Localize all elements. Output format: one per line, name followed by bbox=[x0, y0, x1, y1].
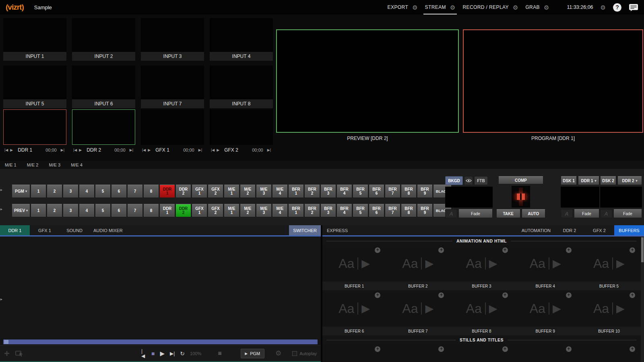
left-panel-expander[interactable]: ▸ bbox=[0, 297, 2, 301]
ddr1-settings-gear-icon[interactable]: ⚙ bbox=[275, 349, 281, 358]
pgm-src-bfr7[interactable]: BFR 7 bbox=[385, 185, 400, 198]
prev-src-bfr4[interactable]: BFR 4 bbox=[336, 204, 352, 217]
add-buffer-icon[interactable]: + bbox=[630, 292, 635, 298]
dsk2-source-dropdown[interactable]: DDR 2▾ bbox=[617, 176, 642, 185]
tab-buffers[interactable]: BUFFERS bbox=[614, 225, 644, 235]
buffer-4-slot[interactable]: +Aa▶ bbox=[514, 245, 577, 282]
prev-src-1[interactable]: 1 bbox=[31, 204, 46, 217]
loop-icon[interactable]: ↻ bbox=[180, 351, 185, 356]
prev-src-ddr1[interactable]: DDR 1 bbox=[159, 204, 175, 217]
prev-src-gfx1[interactable]: GFX 1 bbox=[192, 204, 207, 217]
export-gear-icon[interactable]: ⚙ bbox=[412, 4, 417, 10]
tab-audio-mixer[interactable]: AUDIO MIXER bbox=[89, 225, 127, 235]
stream-gear-icon[interactable]: ⚙ bbox=[450, 4, 455, 10]
notifications-icon[interactable] bbox=[629, 4, 638, 11]
tab-gfx1[interactable]: GFX 1 bbox=[30, 225, 60, 235]
export-button[interactable]: EXPORT bbox=[388, 4, 409, 10]
dsk2-button[interactable]: DSK 2 bbox=[600, 176, 616, 185]
gfx2-play-icon[interactable]: ▶ bbox=[217, 148, 219, 152]
buffer-10-slot[interactable]: +Aa▶ bbox=[577, 290, 641, 327]
pgm-src-ddr2[interactable]: DDR 2 bbox=[175, 185, 191, 198]
pgm-src-bfr1[interactable]: BFR 1 bbox=[288, 185, 304, 198]
pgm-src-ddr1[interactable]: DDR 1 bbox=[159, 185, 175, 198]
tab-ddr1[interactable]: DDR 1 bbox=[0, 225, 30, 235]
prev-src-8[interactable]: 8 bbox=[143, 204, 159, 217]
add-buffer-icon[interactable]: + bbox=[566, 346, 572, 352]
tab-me1[interactable]: M/E 1 bbox=[5, 162, 17, 167]
tbar-handle[interactable] bbox=[515, 193, 527, 200]
input-5-video[interactable] bbox=[3, 66, 66, 99]
dsk2-overlay-a-icon[interactable]: A bbox=[600, 209, 612, 218]
add-buffer-icon[interactable]: + bbox=[566, 247, 572, 253]
ddr2-skip-forward-icon[interactable]: ▶| bbox=[130, 148, 133, 152]
pgm-src-bfr8[interactable]: BFR 8 bbox=[401, 185, 417, 198]
prev-src-me2[interactable]: M/E 2 bbox=[240, 204, 256, 217]
tab-switcher[interactable]: SWITCHER bbox=[289, 225, 321, 235]
ddr1-play-icon[interactable]: ▶ bbox=[10, 148, 13, 152]
buffer-3-slot[interactable]: +Aa▶ bbox=[450, 245, 513, 282]
pgm-bus-selector[interactable]: PGM▾ bbox=[12, 185, 30, 198]
prev-src-2[interactable]: 2 bbox=[47, 204, 62, 217]
send-to-pgm-button[interactable]: ▶ PGM bbox=[241, 349, 264, 358]
prev-src-gfx2[interactable]: GFX 2 bbox=[208, 204, 223, 217]
autoplay-toggle[interactable]: Autoplay bbox=[292, 351, 317, 356]
gfx1-skip-forward-icon[interactable]: ▶| bbox=[198, 148, 202, 152]
bkgd-button[interactable]: BKGD bbox=[445, 176, 463, 185]
ddr2-skip-back-icon[interactable]: |◀ bbox=[73, 148, 77, 152]
pgm-src-me1[interactable]: M/E 1 bbox=[224, 185, 239, 198]
add-buffer-icon[interactable]: + bbox=[502, 247, 508, 253]
prev-src-4[interactable]: 4 bbox=[79, 204, 95, 217]
pgm-src-1[interactable]: 1 bbox=[31, 185, 46, 198]
gfx1-play-icon[interactable]: ▶ bbox=[148, 148, 151, 152]
playlist-list-icon[interactable]: ≡ bbox=[218, 350, 221, 357]
ddr1-skip-back-icon[interactable]: |◀ bbox=[4, 148, 8, 152]
prev-src-me3[interactable]: M/E 3 bbox=[256, 204, 272, 217]
autoplay-checkbox[interactable] bbox=[292, 351, 297, 356]
add-buffer-icon[interactable]: + bbox=[566, 292, 572, 298]
buffer-still-2-slot[interactable]: + bbox=[386, 344, 450, 362]
buffer-5-slot[interactable]: +Aa▶ bbox=[577, 245, 641, 282]
record-gear-icon[interactable]: ⚙ bbox=[513, 4, 518, 10]
add-buffer-icon[interactable]: + bbox=[502, 292, 508, 298]
stop-icon[interactable]: ■ bbox=[151, 351, 155, 356]
bkgd-fade-button[interactable]: Fade bbox=[458, 209, 493, 218]
gfx1-skip-back-icon[interactable]: |◀ bbox=[142, 148, 146, 152]
clock-gear-icon[interactable]: ⚙ bbox=[601, 4, 606, 10]
skip-start-icon[interactable]: |◀ bbox=[141, 349, 146, 358]
grab-button[interactable]: GRAB bbox=[525, 4, 540, 10]
comp-button[interactable]: COMP bbox=[498, 176, 543, 184]
gfx2-video[interactable] bbox=[210, 109, 273, 145]
buffer-8-slot[interactable]: +Aa▶ bbox=[450, 290, 513, 327]
buffer-still-5-slot[interactable]: + bbox=[577, 344, 641, 362]
ddr1-playhead[interactable] bbox=[4, 340, 8, 344]
eye-icon[interactable] bbox=[464, 176, 473, 185]
prev-src-5[interactable]: 5 bbox=[95, 204, 111, 217]
gfx2-skip-back-icon[interactable]: |◀ bbox=[211, 148, 215, 152]
pgm-src-3[interactable]: 3 bbox=[63, 185, 78, 198]
pgm-src-bfr6[interactable]: BFR 6 bbox=[369, 185, 384, 198]
pgm-src-2[interactable]: 2 bbox=[47, 185, 62, 198]
help-icon[interactable]: ? bbox=[613, 3, 621, 12]
prev-src-bfr1[interactable]: BFR 1 bbox=[288, 204, 304, 217]
prev-src-bfr7[interactable]: BFR 7 bbox=[385, 204, 400, 217]
ftb-button[interactable]: FTB bbox=[474, 176, 488, 185]
ddr2-play-icon[interactable]: ▶ bbox=[79, 148, 82, 152]
dsk2-fade-button[interactable]: Fade bbox=[613, 209, 642, 218]
play-icon[interactable]: ▶ bbox=[160, 350, 165, 356]
prev-src-bfr9[interactable]: BFR 9 bbox=[417, 204, 433, 217]
add-buffer-icon[interactable]: + bbox=[438, 247, 444, 253]
pgm-src-me2[interactable]: M/E 2 bbox=[240, 185, 256, 198]
add-buffer-icon[interactable]: + bbox=[438, 346, 444, 352]
tab-express[interactable]: EXPRESS bbox=[322, 225, 352, 235]
input-4-video[interactable] bbox=[210, 18, 273, 52]
pgm-src-gfx2[interactable]: GFX 2 bbox=[208, 185, 223, 198]
dsk1-fade-button[interactable]: Fade bbox=[574, 209, 599, 218]
tab-me3[interactable]: M/E 3 bbox=[49, 162, 60, 167]
pgm-src-8[interactable]: 8 bbox=[143, 185, 159, 198]
input-3-video[interactable] bbox=[141, 18, 204, 52]
pgm-src-bfr2[interactable]: BFR 2 bbox=[304, 185, 320, 198]
dsk1-overlay-a-icon[interactable]: A bbox=[561, 209, 573, 218]
add-buffer-icon[interactable]: + bbox=[375, 292, 380, 298]
buffer-1-slot[interactable]: +Aa▶ bbox=[322, 245, 386, 282]
take-button[interactable]: TAKE bbox=[496, 209, 520, 218]
